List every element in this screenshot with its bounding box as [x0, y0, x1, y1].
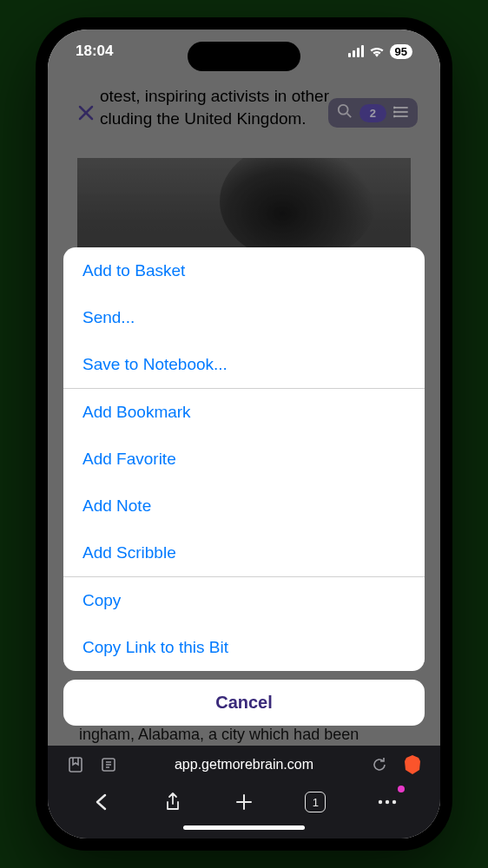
action-sheet: Add to Basket Send... Save to Notebook..… — [63, 247, 425, 726]
svg-point-19 — [392, 800, 396, 804]
share-button[interactable] — [155, 789, 190, 815]
action-add-note[interactable]: Add Note — [63, 483, 425, 529]
svg-point-17 — [379, 800, 382, 804]
address-bar[interactable]: app.getmorebrain.com — [131, 757, 357, 773]
status-time: 18:04 — [76, 43, 113, 60]
action-add-to-basket[interactable]: Add to Basket — [63, 247, 425, 294]
action-copy[interactable]: Copy — [63, 577, 425, 624]
action-copy-link[interactable]: Copy Link to this Bit — [63, 624, 425, 671]
action-add-scribble[interactable]: Add Scribble — [63, 529, 425, 576]
more-button[interactable] — [370, 789, 405, 815]
tab-count: 1 — [305, 792, 326, 812]
action-add-bookmark[interactable]: Add Bookmark — [63, 389, 425, 436]
bookmark-icon[interactable] — [65, 754, 86, 775]
action-add-favorite[interactable]: Add Favorite — [63, 436, 425, 483]
cellular-signal-icon — [348, 45, 364, 57]
cancel-button[interactable]: Cancel — [63, 680, 425, 726]
wifi-icon — [369, 45, 385, 57]
battery-indicator: 95 — [390, 44, 412, 59]
new-tab-button[interactable] — [227, 789, 261, 815]
status-right: 95 — [348, 44, 412, 59]
svg-point-18 — [386, 800, 389, 804]
svg-rect-10 — [69, 758, 82, 772]
reader-icon[interactable] — [98, 754, 119, 775]
action-send[interactable]: Send... — [63, 294, 425, 341]
home-indicator[interactable] — [183, 825, 305, 830]
tabs-button[interactable]: 1 — [298, 789, 333, 815]
back-button[interactable] — [83, 789, 118, 815]
browser-chrome: app.getmorebrain.com — [48, 746, 440, 838]
brave-shield-icon[interactable] — [402, 754, 423, 775]
action-save-to-notebook[interactable]: Save to Notebook... — [63, 341, 425, 388]
reload-icon[interactable] — [369, 754, 390, 775]
dynamic-island — [188, 42, 300, 71]
